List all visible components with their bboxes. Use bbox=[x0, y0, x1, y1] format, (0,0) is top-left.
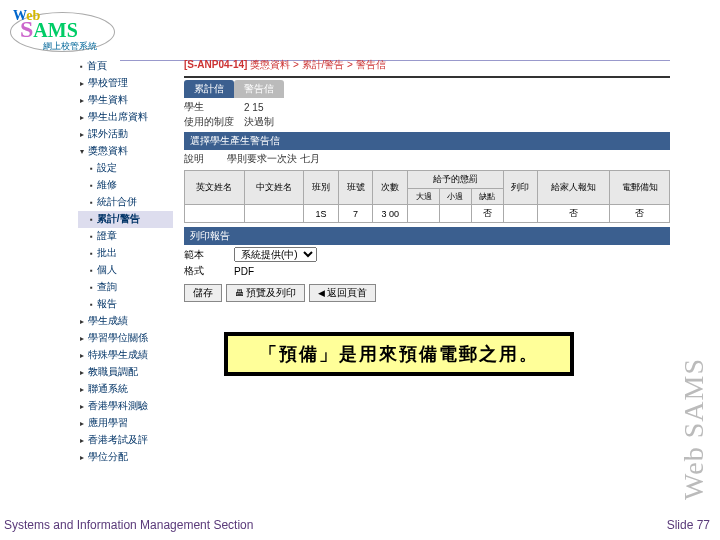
main-content: [S-ANP04-14] 獎懲資料 > 累計/警告 > 警告信 累計信警告信 學… bbox=[184, 58, 670, 302]
button-0[interactable]: 儲存 bbox=[184, 284, 222, 302]
sidebar-item-9[interactable]: 累計/警告 bbox=[78, 211, 173, 228]
watermark-text: Web SAMS bbox=[678, 358, 710, 500]
print-section-header: 列印報告 bbox=[184, 227, 670, 245]
sidebar-item-17[interactable]: 特殊學生成績 bbox=[78, 347, 173, 364]
slide-footer: Systems and Information Management Secti… bbox=[4, 518, 710, 532]
sidebar-item-4[interactable]: 課外活動 bbox=[78, 126, 173, 143]
button-1[interactable]: 🖶預覽及列印 bbox=[226, 284, 305, 302]
sidebar-item-2[interactable]: 學生資料 bbox=[78, 92, 173, 109]
sidebar-nav: 首頁學校管理學生資料學生出席資料課外活動獎懲資料設定維修統計合併累計/警告證章批… bbox=[78, 58, 173, 466]
sidebar-item-20[interactable]: 香港學科測驗 bbox=[78, 398, 173, 415]
sidebar-item-8[interactable]: 統計合併 bbox=[78, 194, 173, 211]
hint-text: 說明 學則要求一次決 七月 bbox=[184, 152, 670, 166]
sidebar-item-19[interactable]: 聯通系統 bbox=[78, 381, 173, 398]
section-banner: 選擇學生產生警告信 bbox=[184, 132, 670, 150]
sidebar-item-10[interactable]: 證章 bbox=[78, 228, 173, 245]
info-label-1: 使用的制度 bbox=[184, 115, 244, 129]
sidebar-item-0[interactable]: 首頁 bbox=[78, 58, 173, 75]
table-row[interactable]: 1S73 00否否否 bbox=[185, 205, 670, 223]
footer-left: Systems and Information Management Secti… bbox=[4, 518, 253, 532]
sidebar-item-18[interactable]: 教職員調配 bbox=[78, 364, 173, 381]
sidebar-item-23[interactable]: 學位分配 bbox=[78, 449, 173, 466]
sidebar-item-14[interactable]: 報告 bbox=[78, 296, 173, 313]
student-table: 英文姓名中文姓名班別班號次數給予的懲罰列印給家人報知電郵備知 大過小過缺點 1S… bbox=[184, 170, 670, 223]
sidebar-item-16[interactable]: 學習學位關係 bbox=[78, 330, 173, 347]
btn-icon-2: ◀ bbox=[318, 288, 325, 298]
template-label: 範本 bbox=[184, 248, 234, 262]
sidebar-item-6[interactable]: 設定 bbox=[78, 160, 173, 177]
sidebar-item-15[interactable]: 學生成績 bbox=[78, 313, 173, 330]
sidebar-item-7[interactable]: 維修 bbox=[78, 177, 173, 194]
tab-0[interactable]: 累計信 bbox=[184, 80, 234, 98]
info-value-1: 決過制 bbox=[244, 115, 274, 129]
format-value: PDF bbox=[234, 266, 254, 277]
sidebar-item-12[interactable]: 個人 bbox=[78, 262, 173, 279]
breadcrumb: [S-ANP04-14] 獎懲資料 > 累計/警告 > 警告信 bbox=[184, 58, 670, 72]
websams-logo: Web SAMS 網上校管系統 bbox=[8, 8, 118, 58]
sidebar-item-21[interactable]: 應用學習 bbox=[78, 415, 173, 432]
sidebar-item-13[interactable]: 查詢 bbox=[78, 279, 173, 296]
tab-1[interactable]: 警告信 bbox=[234, 80, 284, 98]
info-value-0: 2 15 bbox=[244, 102, 263, 113]
btn-icon-1: 🖶 bbox=[235, 288, 244, 298]
format-label: 格式 bbox=[184, 264, 234, 278]
footer-right: Slide 77 bbox=[667, 518, 710, 532]
info-label-0: 學生 bbox=[184, 100, 244, 114]
sidebar-item-1[interactable]: 學校管理 bbox=[78, 75, 173, 92]
sidebar-item-5[interactable]: 獎懲資料 bbox=[78, 143, 173, 160]
template-select[interactable]: 系統提供(中) bbox=[234, 247, 317, 262]
sidebar-item-11[interactable]: 批出 bbox=[78, 245, 173, 262]
sidebar-item-3[interactable]: 學生出席資料 bbox=[78, 109, 173, 126]
callout-box: 「預備」是用來預備電郵之用。 bbox=[224, 332, 574, 376]
button-2[interactable]: ◀返回頁首 bbox=[309, 284, 376, 302]
sidebar-item-22[interactable]: 香港考試及評 bbox=[78, 432, 173, 449]
